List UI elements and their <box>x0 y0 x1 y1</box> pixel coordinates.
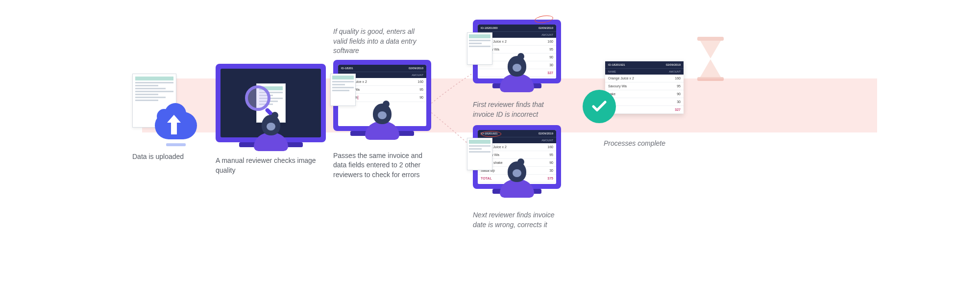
checkmark-success-icon <box>583 90 616 123</box>
reviewer-person-icon <box>365 104 399 140</box>
error-circle-annotation <box>534 14 554 24</box>
stage-upload: Data is uploaded <box>132 74 201 162</box>
caption-upload: Data is uploaded <box>132 152 201 162</box>
caption-reviewer1: First reviewer finds that invoice ID is … <box>473 100 556 119</box>
reviewer-person-icon <box>500 56 534 92</box>
stage-reviewer-2: ID-1820192102/09/2019NAMEAMOUNTOrange Ju… <box>473 125 571 230</box>
stage-data-entry: If quality is good, enters all valid fie… <box>333 27 461 180</box>
error-circle-annotation <box>481 131 501 137</box>
caption-entry-top: If quality is good, enters all valid fie… <box>333 27 421 56</box>
magnifier-icon <box>245 85 270 111</box>
stage-reviewer-1: ID-1820100002/09/2010NAMEAMOUNTOrange Ju… <box>473 20 571 119</box>
invoice-thumb-icon <box>467 138 492 170</box>
stage-quality-check: A manual reviewer checks image quality <box>216 64 328 175</box>
caption-quality: A manual reviewer checks image quality <box>216 156 328 175</box>
monitor-icon <box>216 64 326 142</box>
cloud-upload-icon <box>155 108 197 146</box>
invoice-thumb-icon <box>330 74 356 106</box>
invoice-thumb-icon <box>467 32 492 65</box>
caption-reviewer2: Next reviewer finds invoice date is wron… <box>473 210 561 230</box>
reviewer-person-icon <box>500 161 534 198</box>
final-table: ID-1820192102/09/2019NAMEAMOUNTOrange Ju… <box>605 61 684 114</box>
caption-complete: Processes complete <box>586 139 684 149</box>
stage-complete: ID-1820192102/09/2019NAMEAMOUNTOrange Ju… <box>586 61 713 149</box>
reviewer-person-icon <box>254 115 288 151</box>
hourglass-icon <box>693 37 728 86</box>
caption-entry-bottom: Passes the same invoice and data fields … <box>333 151 436 180</box>
